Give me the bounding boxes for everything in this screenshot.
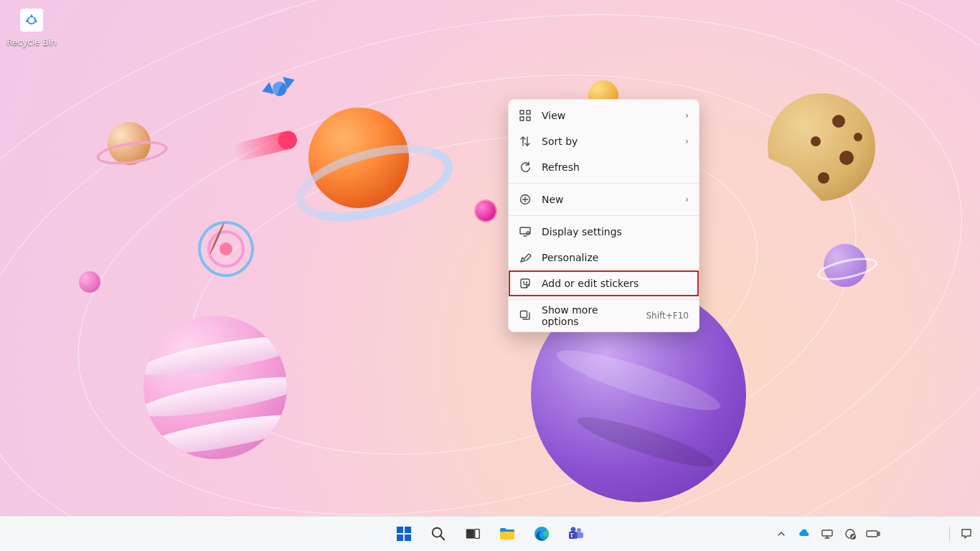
small-pink-planet-decoration bbox=[79, 271, 100, 293]
context-menu-separator bbox=[509, 299, 699, 300]
saturn-decoration bbox=[108, 122, 151, 165]
sort-icon bbox=[519, 135, 532, 148]
context-menu-shortcut: Shift+F10 bbox=[646, 311, 689, 321]
context-menu-personalize[interactable]: Personalize bbox=[509, 245, 699, 270]
system-tray bbox=[774, 522, 974, 545]
chevron-right-icon: › bbox=[685, 136, 689, 146]
edge-icon bbox=[533, 525, 550, 542]
taskbar-center-apps: T bbox=[390, 519, 590, 548]
tray-network-icon[interactable] bbox=[820, 527, 834, 541]
svg-rect-2 bbox=[520, 117, 524, 121]
context-menu-label: View bbox=[542, 110, 675, 121]
tray-update-icon[interactable] bbox=[843, 527, 857, 541]
lilac-planet-decoration bbox=[824, 244, 867, 287]
svg-rect-21 bbox=[466, 529, 474, 539]
svg-rect-30 bbox=[822, 530, 832, 536]
svg-point-12 bbox=[524, 282, 524, 283]
new-icon bbox=[519, 193, 532, 206]
context-menu-label: Show more options bbox=[542, 304, 636, 327]
svg-rect-9 bbox=[520, 227, 530, 234]
taskbar-file-explorer-button[interactable] bbox=[493, 519, 522, 548]
more-options-icon bbox=[519, 309, 532, 322]
search-icon bbox=[430, 526, 446, 542]
onedrive-icon bbox=[798, 527, 811, 540]
tray-battery-icon[interactable] bbox=[866, 527, 880, 541]
svg-rect-36 bbox=[867, 531, 877, 537]
battery-icon bbox=[866, 529, 880, 539]
svg-point-13 bbox=[527, 282, 527, 283]
recycle-bin-desktop-icon[interactable]: Recycle Bin bbox=[6, 6, 57, 47]
teams-icon: T bbox=[567, 525, 585, 542]
svg-point-24 bbox=[577, 528, 581, 532]
context-menu-sort-by[interactable]: Sort by › bbox=[509, 128, 699, 154]
svg-rect-17 bbox=[397, 534, 403, 541]
svg-point-26 bbox=[571, 527, 576, 532]
context-menu-separator bbox=[509, 183, 699, 184]
tray-onedrive-icon[interactable] bbox=[797, 527, 811, 541]
svg-rect-16 bbox=[405, 527, 411, 533]
personalize-icon bbox=[519, 251, 532, 264]
taskbar-search-button[interactable] bbox=[424, 519, 453, 548]
pink-planet-decoration bbox=[143, 316, 287, 459]
context-menu-label: New bbox=[542, 194, 675, 205]
svg-text:T: T bbox=[570, 532, 574, 539]
chevron-up-icon bbox=[776, 529, 786, 539]
taskbar-task-view-button[interactable] bbox=[458, 519, 487, 548]
view-icon bbox=[519, 109, 532, 122]
svg-line-20 bbox=[440, 536, 445, 540]
chevron-right-icon: › bbox=[685, 110, 689, 121]
tray-chevron-button[interactable] bbox=[774, 527, 788, 541]
target-decoration bbox=[197, 220, 255, 278]
svg-rect-15 bbox=[397, 527, 403, 533]
context-menu-label: Sort by bbox=[542, 136, 675, 147]
context-menu-separator bbox=[509, 215, 699, 216]
taskbar-edge-button[interactable] bbox=[527, 519, 556, 548]
refresh-icon bbox=[519, 161, 532, 174]
context-menu-show-more-options[interactable]: Show more options Shift+F10 bbox=[509, 303, 699, 329]
svg-rect-0 bbox=[520, 110, 524, 114]
context-menu-display-settings[interactable]: Display settings bbox=[509, 219, 699, 245]
taskbar-teams-button[interactable]: T bbox=[562, 519, 590, 548]
tray-notifications-button[interactable] bbox=[958, 526, 974, 542]
desktop-wallpaper[interactable] bbox=[0, 0, 980, 551]
context-menu-refresh[interactable]: Refresh bbox=[509, 154, 699, 180]
taskbar: T bbox=[0, 516, 980, 551]
windows-start-icon bbox=[395, 525, 413, 542]
tray-divider bbox=[949, 527, 950, 541]
svg-rect-3 bbox=[527, 117, 530, 121]
desktop-context-menu: View › Sort by › Refresh New › Display s… bbox=[508, 99, 699, 332]
recycle-bin-icon bbox=[24, 12, 39, 28]
context-menu-label: Display settings bbox=[542, 226, 689, 237]
start-button[interactable] bbox=[390, 519, 418, 548]
no-update-icon bbox=[844, 527, 857, 540]
context-menu-add-stickers[interactable]: Add or edit stickers bbox=[509, 270, 699, 296]
notifications-icon bbox=[960, 527, 973, 540]
svg-rect-1 bbox=[527, 110, 530, 114]
chevron-right-icon: › bbox=[685, 194, 689, 204]
tray-clock[interactable] bbox=[889, 522, 938, 545]
recycle-bin-label: Recycle Bin bbox=[6, 37, 57, 47]
context-menu-label: Refresh bbox=[542, 161, 689, 173]
network-icon bbox=[821, 527, 834, 540]
svg-rect-14 bbox=[521, 311, 527, 318]
task-view-icon bbox=[465, 526, 481, 542]
svg-rect-18 bbox=[405, 534, 411, 541]
svg-rect-37 bbox=[878, 532, 880, 535]
magenta-planet-decoration bbox=[476, 201, 496, 221]
context-menu-label: Personalize bbox=[542, 252, 689, 263]
display-settings-icon bbox=[519, 225, 532, 238]
context-menu-view[interactable]: View › bbox=[509, 103, 699, 128]
stickers-icon bbox=[519, 277, 532, 290]
file-explorer-icon bbox=[499, 525, 516, 542]
svg-point-11 bbox=[527, 232, 529, 235]
context-menu-new[interactable]: New › bbox=[509, 187, 699, 212]
orange-planet-decoration bbox=[308, 108, 409, 208]
context-menu-label: Add or edit stickers bbox=[542, 278, 689, 289]
svg-rect-22 bbox=[475, 529, 479, 539]
